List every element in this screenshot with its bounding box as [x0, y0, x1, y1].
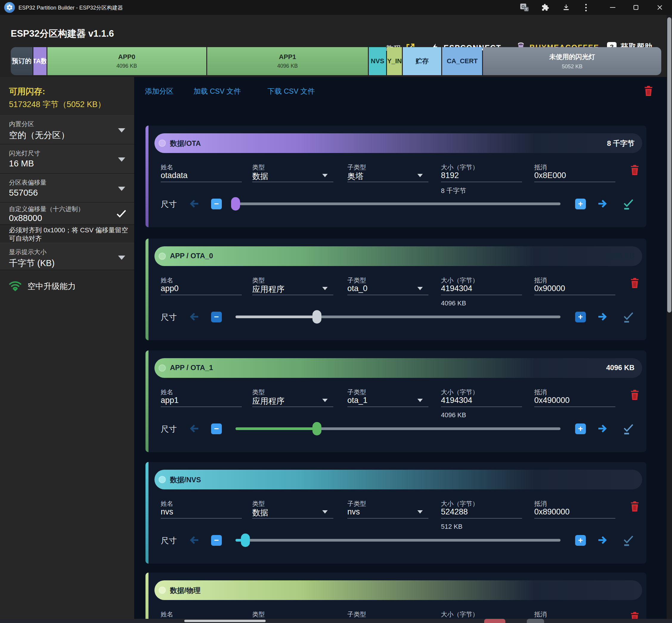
name-label: 姓名: [161, 610, 173, 619]
size-slider[interactable]: [236, 203, 560, 205]
flash-segment-unused: 未使用的闪光灯5052 KB: [483, 47, 661, 75]
flash-segment-storage: 贮存: [403, 47, 441, 75]
decrease-size-button[interactable]: −: [211, 312, 222, 322]
delete-partition-button[interactable]: [630, 164, 640, 177]
name-input[interactable]: app0: [161, 284, 242, 295]
offset-label: 抵消: [534, 500, 547, 508]
size-row-label: 尺寸: [161, 424, 177, 435]
slider-thumb[interactable]: [231, 197, 240, 211]
chevron-down-icon: [322, 399, 328, 402]
delete-partition-button[interactable]: [630, 389, 640, 402]
partition-color-dot: [159, 476, 166, 483]
apply-check-icon[interactable]: [622, 309, 635, 325]
flash-size-select[interactable]: 闪光灯尺寸 16 MB: [0, 145, 134, 174]
increase-size-button[interactable]: +: [575, 312, 586, 322]
increase-size-button[interactable]: +: [575, 423, 586, 434]
minimize-button[interactable]: [608, 2, 618, 12]
offset-input[interactable]: 0x890000: [534, 507, 615, 518]
scrollbar-track[interactable]: [667, 15, 672, 623]
shift-right-button[interactable]: [597, 311, 609, 324]
subtype-label: 子类型: [347, 500, 366, 508]
subtype-label: 子类型: [347, 276, 366, 285]
check-icon[interactable]: [115, 207, 128, 221]
partition-card: APP / OTA_1 4096 KB 姓名 app1 类型 应用程序 子类型 …: [146, 350, 646, 452]
size-slider[interactable]: [236, 539, 560, 541]
apply-check-icon[interactable]: [622, 533, 635, 548]
decrease-size-button[interactable]: −: [211, 423, 222, 434]
flash-segment-phy: Y_IN: [387, 47, 402, 75]
add-partition-button[interactable]: 添加分区: [145, 87, 174, 96]
shift-left-button[interactable]: [188, 534, 200, 547]
bottom-strip: [0, 619, 672, 623]
size-label: 大小（字节）: [441, 163, 479, 172]
subtype-select[interactable]: 奥塔: [347, 171, 428, 182]
type-select[interactable]: 应用程序: [252, 284, 333, 295]
custom-offset-field[interactable]: 自定义偏移量（十六进制） 0x88000: [0, 203, 134, 225]
size-slider[interactable]: [236, 427, 560, 430]
app-gear-icon: [4, 2, 15, 13]
close-button[interactable]: [655, 2, 665, 12]
type-select[interactable]: 应用程序: [252, 396, 333, 407]
decrease-size-button[interactable]: −: [211, 535, 222, 546]
apply-check-icon[interactable]: [622, 197, 635, 212]
download-icon[interactable]: [561, 2, 571, 12]
custom-offset-label: 自定义偏移量（十六进制）: [9, 205, 84, 213]
delete-partition-button[interactable]: [630, 501, 640, 513]
download-csv-button[interactable]: 下载 CSV 文件: [268, 87, 315, 96]
extensions-icon[interactable]: [540, 2, 550, 12]
shift-right-button[interactable]: [597, 534, 609, 547]
flash-segment-otadata: TA数: [33, 47, 46, 75]
partition-card: 数据/NVS 姓名 nvs 类型 数据 子类型 nvs 大小（字节） 52428…: [146, 462, 646, 564]
type-label: 类型: [252, 276, 265, 285]
type-select[interactable]: 数据: [252, 171, 333, 182]
table-offset-select[interactable]: 分区表偏移量 557056: [0, 174, 134, 203]
name-input[interactable]: app1: [161, 396, 242, 407]
decrease-size-button[interactable]: −: [211, 199, 222, 209]
shift-left-button[interactable]: [188, 198, 200, 211]
subtype-select[interactable]: ota_1: [347, 396, 428, 407]
name-input[interactable]: nvs: [161, 507, 242, 518]
type-label: 类型: [252, 163, 265, 172]
card-accent-stripe: [146, 125, 149, 227]
name-input[interactable]: otadata: [161, 171, 242, 182]
size-input[interactable]: 8192: [441, 171, 522, 182]
size-hint: 4096 KB: [441, 411, 466, 419]
type-select[interactable]: 数据: [252, 507, 333, 518]
shift-right-button[interactable]: [597, 423, 609, 436]
hint-size-value: 千字节 (KB): [9, 257, 55, 269]
increase-size-button[interactable]: +: [575, 535, 586, 546]
delete-partition-button[interactable]: [630, 277, 640, 290]
shift-left-button[interactable]: [188, 423, 200, 436]
hint-size-label: 显示提示大小: [9, 248, 47, 256]
subtype-select[interactable]: ota_0: [347, 284, 428, 295]
size-input[interactable]: 4194304: [441, 284, 522, 295]
shift-left-button[interactable]: [188, 311, 200, 324]
hint-size-select[interactable]: 显示提示大小 千字节 (KB): [0, 243, 134, 270]
size-input[interactable]: 524288: [441, 507, 522, 518]
menu-kebab-icon[interactable]: [581, 2, 591, 12]
maximize-button[interactable]: [631, 2, 641, 12]
slider-thumb[interactable]: [241, 534, 250, 547]
scrollbar-thumb[interactable]: [667, 17, 671, 313]
offset-input[interactable]: 0x90000: [534, 284, 615, 295]
size-label: 大小（字节）: [441, 610, 479, 619]
apply-check-icon[interactable]: [622, 421, 635, 437]
translate-icon[interactable]: G文: [519, 2, 529, 12]
size-input[interactable]: 4194304: [441, 396, 522, 407]
size-hint: 8 千字节: [441, 186, 466, 195]
partition-color-dot: [159, 253, 166, 260]
load-csv-button[interactable]: 加载 CSV 文件: [193, 87, 241, 96]
offset-input[interactable]: 0x490000: [534, 396, 615, 407]
size-label: 大小（字节）: [441, 276, 479, 285]
chevron-down-icon: [418, 510, 423, 513]
slider-thumb[interactable]: [312, 310, 322, 324]
offset-note: 必须对齐到 0x1000；将 CSV 偏移量留空可自动对齐: [0, 225, 134, 243]
builtin-partition-select[interactable]: 内置分区 空的（无分区）: [0, 115, 134, 145]
increase-size-button[interactable]: +: [575, 199, 586, 209]
size-slider[interactable]: [236, 316, 560, 318]
delete-all-button[interactable]: [643, 85, 653, 98]
subtype-select[interactable]: nvs: [347, 507, 428, 518]
shift-right-button[interactable]: [597, 198, 609, 211]
slider-thumb[interactable]: [312, 422, 322, 436]
offset-input[interactable]: 0x8E000: [534, 171, 615, 182]
